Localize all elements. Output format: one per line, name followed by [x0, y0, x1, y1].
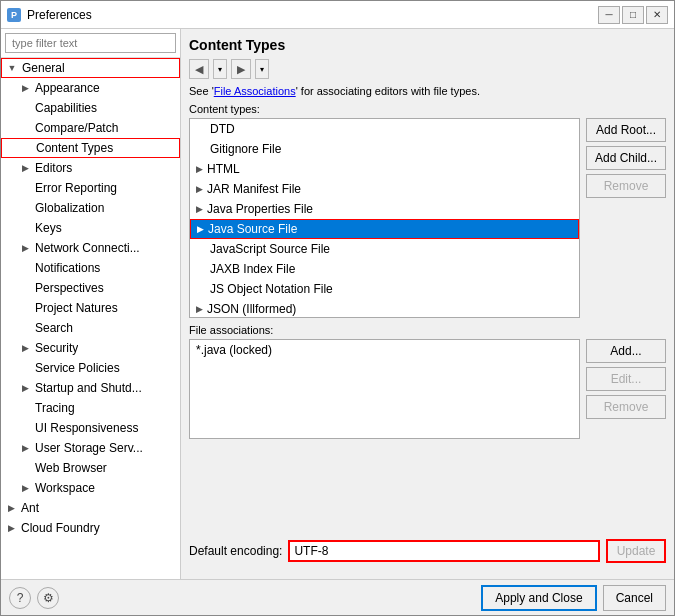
encoding-input[interactable] [288, 540, 600, 562]
tree-label: Capabilities [35, 101, 97, 115]
forward-dropdown[interactable]: ▾ [255, 59, 269, 79]
tree-label: Error Reporting [35, 181, 117, 195]
content-type-item-js-object-notation[interactable]: JS Object Notation File [190, 279, 579, 299]
tree-item-ant[interactable]: ▶Ant [1, 498, 180, 518]
tree-item-workspace[interactable]: ▶Workspace [1, 478, 180, 498]
tree-item-cloud-foundry[interactable]: ▶Cloud Foundry [1, 518, 180, 538]
tree-item-editors[interactable]: ▶Editors [1, 158, 180, 178]
filter-input[interactable] [5, 33, 176, 53]
content-type-item-jaxb-index[interactable]: JAXB Index File [190, 259, 579, 279]
tree-arrow [19, 102, 31, 114]
file-assoc-item-java-locked[interactable]: *.java (locked) [190, 340, 579, 360]
content-types-list[interactable]: DTDGitignore File▶HTML▶JAR Manifest File… [189, 118, 580, 318]
settings-button[interactable]: ⚙ [37, 587, 59, 609]
window-controls: ─ □ ✕ [598, 6, 668, 24]
tree-arrow: ▶ [19, 442, 31, 454]
content-types-area: DTDGitignore File▶HTML▶JAR Manifest File… [189, 118, 666, 318]
tree-item-notifications[interactable]: Notifications [1, 258, 180, 278]
file-associations-list[interactable]: *.java (locked) [189, 339, 580, 439]
tree-item-service-policies[interactable]: Service Policies [1, 358, 180, 378]
back-button[interactable]: ◀ [189, 59, 209, 79]
tree-item-general[interactable]: ▼General [1, 58, 180, 78]
tree-arrow: ▶ [19, 342, 31, 354]
tree-arrow [19, 282, 31, 294]
content-types-buttons: Add Root... Add Child... Remove [586, 118, 666, 318]
file-associations-section: File associations: *.java (locked) Add..… [189, 324, 666, 539]
back-dropdown[interactable]: ▾ [213, 59, 227, 79]
content-type-item-dtd[interactable]: DTD [190, 119, 579, 139]
tree-item-compare-patch[interactable]: Compare/Patch [1, 118, 180, 138]
tree-arrow: ▶ [19, 382, 31, 394]
apply-close-button[interactable]: Apply and Close [481, 585, 596, 611]
tree-label: Ant [21, 501, 39, 515]
tree-label: Keys [35, 221, 62, 235]
tree-item-ui-responsiveness[interactable]: UI Responsiveness [1, 418, 180, 438]
item-label: HTML [207, 162, 240, 176]
content-type-item-html[interactable]: ▶HTML [190, 159, 579, 179]
file-associations-link[interactable]: File Associations [214, 85, 296, 97]
window-title: Preferences [27, 8, 598, 22]
add-child-button[interactable]: Add Child... [586, 146, 666, 170]
tree-item-security[interactable]: ▶Security [1, 338, 180, 358]
tree-arrow [19, 122, 31, 134]
item-label: DTD [210, 122, 235, 136]
title-bar: P Preferences ─ □ ✕ [1, 1, 674, 29]
bottom-right: Apply and Close Cancel [481, 585, 666, 611]
maximize-button[interactable]: □ [622, 6, 644, 24]
forward-button[interactable]: ▶ [231, 59, 251, 79]
tree-label: Service Policies [35, 361, 120, 375]
tree-label: Globalization [35, 201, 104, 215]
content-type-item-jar-manifest[interactable]: ▶JAR Manifest File [190, 179, 579, 199]
tree-item-tracing[interactable]: Tracing [1, 398, 180, 418]
content-type-item-json-illformed[interactable]: ▶JSON (Illformed) [190, 299, 579, 318]
minimize-button[interactable]: ─ [598, 6, 620, 24]
edit-association-button[interactable]: Edit... [586, 367, 666, 391]
update-button[interactable]: Update [606, 539, 666, 563]
tree-item-startup-and-shutdown[interactable]: ▶Startup and Shutd... [1, 378, 180, 398]
tree-item-perspectives[interactable]: Perspectives [1, 278, 180, 298]
content-types-label: Content types: [189, 103, 666, 115]
content-type-item-gitignore[interactable]: Gitignore File [190, 139, 579, 159]
tree-item-network-connections[interactable]: ▶Network Connecti... [1, 238, 180, 258]
content-type-item-java-source[interactable]: ▶Java Source File [190, 219, 579, 239]
tree-arrow [19, 462, 31, 474]
bottom-bar: ? ⚙ Apply and Close Cancel [1, 579, 674, 615]
item-label: *.java (locked) [196, 343, 272, 357]
remove-content-type-button[interactable]: Remove [586, 174, 666, 198]
tree-item-search[interactable]: Search [1, 318, 180, 338]
item-arrow: ▶ [196, 164, 203, 174]
tree-arrow: ▶ [19, 82, 31, 94]
tree-arrow [19, 262, 31, 274]
content-type-item-java-properties[interactable]: ▶Java Properties File [190, 199, 579, 219]
tree-item-content-types[interactable]: Content Types [1, 138, 180, 158]
tree-label: Cloud Foundry [21, 521, 100, 535]
tree-item-keys[interactable]: Keys [1, 218, 180, 238]
tree-label: Content Types [36, 141, 113, 155]
tree-item-user-storage-serv[interactable]: ▶User Storage Serv... [1, 438, 180, 458]
tree-arrow: ▶ [19, 242, 31, 254]
close-button[interactable]: ✕ [646, 6, 668, 24]
window-icon: P [7, 8, 21, 22]
tree-item-globalization[interactable]: Globalization [1, 198, 180, 218]
item-label: Gitignore File [210, 142, 281, 156]
content-type-item-javascript-source[interactable]: JavaScript Source File [190, 239, 579, 259]
cancel-button[interactable]: Cancel [603, 585, 666, 611]
nav-row: ◀ ▾ ▶ ▾ [189, 59, 666, 79]
tree-item-capabilities[interactable]: Capabilities [1, 98, 180, 118]
tree-arrow [20, 142, 32, 154]
tree-item-web-browser[interactable]: Web Browser [1, 458, 180, 478]
tree-item-appearance[interactable]: ▶Appearance [1, 78, 180, 98]
file-assoc-area: *.java (locked) Add... Edit... Remove [189, 339, 666, 439]
add-association-button[interactable]: Add... [586, 339, 666, 363]
bottom-left: ? ⚙ [9, 587, 59, 609]
tree-item-project-natures[interactable]: Project Natures [1, 298, 180, 318]
item-label: Java Properties File [207, 202, 313, 216]
help-button[interactable]: ? [9, 587, 31, 609]
tree-item-error-reporting[interactable]: Error Reporting [1, 178, 180, 198]
main-content: ▼General▶AppearanceCapabilitiesCompare/P… [1, 29, 674, 579]
tree-container: ▼General▶AppearanceCapabilitiesCompare/P… [1, 57, 180, 579]
remove-association-button[interactable]: Remove [586, 395, 666, 419]
tree-arrow: ▶ [5, 502, 17, 514]
item-arrow: ▶ [196, 204, 203, 214]
add-root-button[interactable]: Add Root... [586, 118, 666, 142]
